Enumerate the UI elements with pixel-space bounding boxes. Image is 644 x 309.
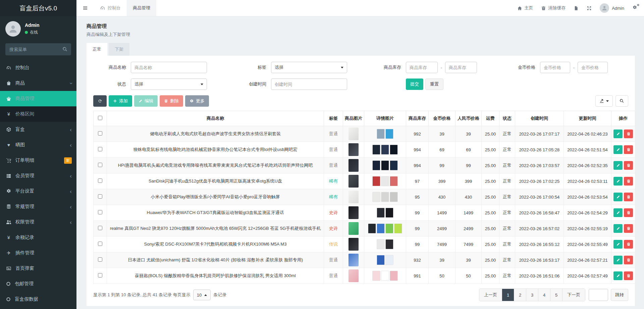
- status-filter-select[interactable]: 选择: [131, 79, 207, 90]
- row-checkbox[interactable]: [98, 194, 102, 199]
- delete-row-button[interactable]: [624, 145, 633, 154]
- delete-button[interactable]: 删除: [160, 95, 183, 107]
- jump-button[interactable]: 跳转: [611, 289, 628, 301]
- page-button-3[interactable]: 3: [526, 289, 538, 301]
- reset-button[interactable]: 重置: [425, 79, 443, 90]
- delete-row-button[interactable]: [624, 161, 633, 170]
- sidebar-item-home-popup[interactable]: 首页弹窗: [0, 261, 76, 276]
- sidebar-item-orders[interactable]: 订单明细新: [0, 153, 76, 168]
- cell-name: 狼蛛电竞鼠标有线电脑吃鸡游戏机械宏静音家用办公笔记本台式专用lol外设usb网吧…: [107, 142, 324, 158]
- cell-updated: 2022-04-26 02:53:11: [564, 173, 611, 189]
- row-checkbox[interactable]: [98, 210, 102, 214]
- next-page-button[interactable]: 下一页: [562, 289, 585, 301]
- stock-min-input[interactable]: [406, 62, 438, 73]
- add-button[interactable]: 添加: [109, 95, 132, 107]
- search-input[interactable]: [5, 43, 71, 55]
- row-checkbox[interactable]: [98, 226, 102, 230]
- sidebar-item-blindbox[interactable]: 盲盒‹: [0, 122, 76, 137]
- jump-page-input[interactable]: [589, 289, 608, 301]
- edit-row-button[interactable]: [613, 177, 623, 186]
- sidebar-item-platform[interactable]: 平台设置‹: [0, 184, 76, 199]
- sidebar-item-photos[interactable]: ♥晒图‹: [0, 137, 76, 153]
- delete-row-button[interactable]: [624, 208, 633, 217]
- stock-max-input[interactable]: [445, 62, 477, 73]
- user-menu[interactable]: Admin: [600, 3, 624, 13]
- edit-row-button[interactable]: [613, 193, 623, 201]
- edit-row-button[interactable]: [613, 130, 623, 138]
- refresh-button[interactable]: [93, 95, 107, 107]
- coin-max-input[interactable]: [578, 62, 608, 73]
- edit-row-button[interactable]: [613, 161, 623, 170]
- row-checkbox[interactable]: [98, 178, 102, 183]
- select-all-checkbox[interactable]: [98, 116, 102, 120]
- document-button[interactable]: [574, 6, 579, 11]
- sidebar-item-fake-data[interactable]: 盲盒假数据: [0, 292, 76, 307]
- tab-normal[interactable]: 正常: [87, 43, 107, 56]
- coin-min-input[interactable]: [540, 62, 570, 73]
- app-logo[interactable]: 盲盒后台v5.0: [0, 0, 76, 16]
- delete-row-button[interactable]: [624, 130, 633, 138]
- sidebar-item-shipping[interactable]: 包邮管理: [0, 276, 76, 292]
- delete-row-button[interactable]: [624, 256, 633, 264]
- search-icon[interactable]: [62, 47, 68, 52]
- prev-page-button[interactable]: 上一页: [479, 289, 502, 301]
- clear-cache-link[interactable]: 清除缓存: [541, 5, 566, 11]
- topbar-avatar: [600, 3, 609, 13]
- row-checkbox[interactable]: [98, 147, 102, 151]
- name-filter-input[interactable]: [131, 62, 207, 73]
- cell-status: 正常: [499, 237, 515, 252]
- edit-row-button[interactable]: [613, 145, 623, 154]
- sidebar-item-plugins[interactable]: ✈插件管理: [0, 245, 76, 261]
- delete-row-button[interactable]: [624, 177, 633, 186]
- row-checkbox[interactable]: [98, 242, 102, 246]
- page-button-1[interactable]: 1: [502, 289, 514, 301]
- tab-offline[interactable]: 下架: [109, 43, 129, 56]
- sidebar-item-price-range[interactable]: ¥价格区间: [0, 106, 76, 122]
- settings-gears-button[interactable]: [632, 5, 637, 11]
- detail-thumbnail: [381, 192, 389, 202]
- col-actions: 操作: [611, 111, 635, 126]
- row-checkbox[interactable]: [98, 257, 102, 262]
- delete-row-button[interactable]: [624, 193, 633, 201]
- row-checkbox[interactable]: [98, 131, 102, 136]
- table-row: 日本进口 尤妮佳(unicharm) 舒蔻 1/2省水化妆棉 40片 (卸妆棉 …: [94, 252, 635, 268]
- page-button-2[interactable]: 2: [514, 289, 526, 301]
- page-size-select[interactable]: 10: [193, 290, 211, 300]
- export-button[interactable]: [595, 95, 613, 107]
- page-button-4[interactable]: 4: [538, 289, 550, 301]
- nav-tab-0[interactable]: 控制台: [94, 0, 127, 16]
- sidebar-item-dashboard[interactable]: 控制台: [0, 60, 76, 75]
- sidebar-item-goods-manage[interactable]: 商品管理: [0, 91, 76, 106]
- edit-row-button[interactable]: [613, 271, 623, 280]
- cell-actions: [611, 158, 635, 173]
- online-dot-icon: [25, 31, 28, 34]
- sidebar-item-balance[interactable]: ¥余额记录: [0, 230, 76, 245]
- delete-row-button[interactable]: [624, 240, 633, 249]
- sidebar-toggle-button[interactable]: [76, 0, 94, 16]
- cell-name: SanDisk闪迪手机u盘512g优盘手机电脑两用正版高速安卓otg系统U盘: [107, 173, 324, 189]
- fullscreen-button[interactable]: [587, 6, 592, 11]
- created-filter-input[interactable]: [271, 79, 347, 90]
- nav-tab-1[interactable]: 商品管理: [127, 0, 156, 16]
- home-link[interactable]: 主页: [517, 5, 533, 11]
- row-checkbox[interactable]: [98, 273, 102, 277]
- sidebar-item-permissions[interactable]: 权限管理‹: [0, 214, 76, 230]
- edit-row-button[interactable]: [613, 240, 623, 249]
- submit-button[interactable]: 提交: [406, 79, 423, 90]
- row-checkbox[interactable]: [98, 163, 102, 167]
- sidebar-item-general[interactable]: 常规管理‹: [0, 199, 76, 214]
- table-row: 狼蛛电竞鼠标有线电脑吃鸡游戏机械宏静音家用办公笔记本台式专用lol外设usb网吧…: [94, 142, 635, 158]
- delete-row-button[interactable]: [624, 224, 633, 233]
- cell-stock: 994: [406, 158, 429, 173]
- tag-filter-select[interactable]: 选择: [271, 62, 347, 73]
- edit-button[interactable]: 编辑: [134, 95, 158, 107]
- sidebar-item-members[interactable]: 会员管理‹: [0, 168, 76, 184]
- page-button-5[interactable]: 5: [550, 289, 562, 301]
- sidebar-item-goods[interactable]: 商品‹: [0, 75, 76, 91]
- table-search-button[interactable]: [615, 95, 628, 107]
- edit-row-button[interactable]: [613, 208, 623, 217]
- more-button[interactable]: 更多: [185, 95, 209, 107]
- edit-row-button[interactable]: [613, 256, 623, 264]
- edit-row-button[interactable]: [613, 224, 623, 233]
- delete-row-button[interactable]: [624, 271, 633, 280]
